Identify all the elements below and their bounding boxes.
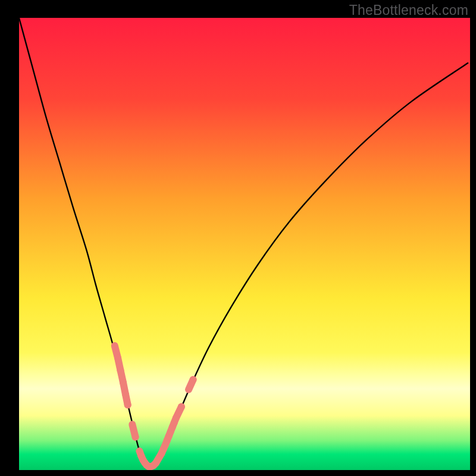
marker-dot — [124, 402, 131, 409]
chart-frame: TheBottleneck.com — [0, 0, 476, 476]
plot-area — [19, 18, 470, 470]
bottleneck-curve — [19, 18, 468, 467]
marker-dot — [190, 376, 197, 383]
marker-dot — [178, 403, 185, 411]
watermark-text: TheBottleneck.com — [349, 2, 468, 18]
marker-dot — [132, 434, 139, 441]
chart-overlay-svg — [19, 18, 470, 470]
observed-point-markers — [115, 346, 197, 466]
